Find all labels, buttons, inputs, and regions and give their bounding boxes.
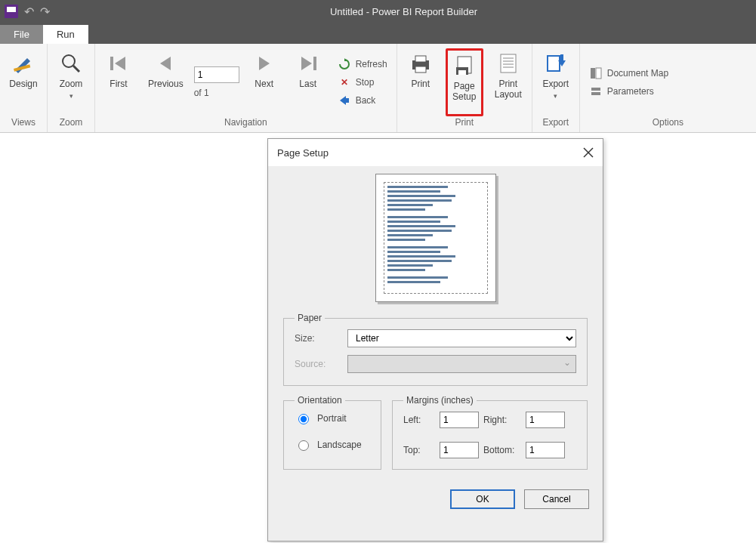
svg-rect-27: [591, 88, 600, 91]
svg-marker-4: [115, 57, 125, 70]
cancel-button[interactable]: Cancel: [524, 489, 589, 509]
previous-button[interactable]: Previous: [143, 48, 188, 116]
first-button[interactable]: First: [100, 48, 137, 116]
group-options: Document Map Parameters Options: [580, 44, 756, 132]
tab-run[interactable]: Run: [43, 25, 88, 44]
page-number-box: of 1: [194, 66, 239, 98]
paper-legend: Paper: [295, 313, 325, 323]
group-zoom: Zoom Zoom: [48, 44, 95, 132]
portrait-label: Portrait: [317, 413, 347, 424]
back-button[interactable]: Back: [338, 94, 387, 107]
print-button[interactable]: Print: [402, 48, 440, 116]
svg-marker-6: [259, 57, 270, 70]
next-icon: [252, 51, 276, 76]
tab-file[interactable]: File: [0, 25, 43, 44]
group-navigation: First Previous of 1 Next Last R: [95, 44, 397, 132]
nav-small-commands: Refresh ✕ Stop Back: [333, 54, 392, 110]
stop-button[interactable]: ✕ Stop: [338, 76, 387, 89]
svg-rect-25: [591, 68, 595, 79]
page-preview: [375, 174, 496, 302]
page-of-label: of 1: [194, 88, 209, 98]
svg-marker-10: [340, 96, 349, 105]
zoom-label: Zoom: [60, 79, 83, 89]
title-bar: ↶ ↷ Untitled - Power BI Report Builder: [0, 0, 756, 23]
magnifier-icon: [59, 51, 83, 76]
work-area: Page Setup Paper: [0, 133, 756, 541]
page-setup-icon: [452, 54, 477, 78]
stop-label: Stop: [356, 77, 375, 88]
svg-rect-24: [560, 54, 563, 62]
group-export-label: Export: [542, 117, 569, 131]
print-layout-button[interactable]: PrintLayout: [489, 48, 527, 116]
orientation-fieldset: Orientation Portrait Landscape: [283, 395, 381, 470]
zoom-button[interactable]: Zoom: [52, 48, 90, 116]
document-map-label: Document Map: [607, 68, 668, 79]
redo-icon[interactable]: ↷: [40, 5, 50, 19]
last-label: Last: [299, 79, 316, 89]
group-export: Export Export: [532, 44, 580, 132]
portrait-radio[interactable]: [298, 414, 309, 424]
document-map-icon: [589, 66, 603, 80]
group-navigation-label: Navigation: [224, 117, 267, 131]
svg-rect-3: [110, 57, 113, 70]
group-options-label: Options: [653, 117, 683, 131]
svg-rect-26: [596, 68, 601, 79]
margins-fieldset: Margins (inches) Left: Right: Top: Botto…: [392, 395, 588, 470]
group-zoom-label: Zoom: [60, 117, 83, 131]
design-button[interactable]: Design: [5, 48, 42, 116]
paper-size-select[interactable]: Letter: [347, 329, 576, 347]
landscape-radio-row[interactable]: Landscape: [295, 438, 370, 451]
refresh-label: Refresh: [356, 59, 387, 69]
ok-button[interactable]: OK: [450, 489, 515, 509]
refresh-button[interactable]: Refresh: [338, 57, 387, 71]
parameters-button[interactable]: Parameters: [589, 85, 668, 98]
first-label: First: [110, 79, 127, 89]
next-label: Next: [255, 79, 273, 89]
svg-marker-7: [301, 57, 312, 70]
margin-left-input[interactable]: [440, 412, 479, 428]
svg-rect-13: [415, 66, 426, 73]
margin-top-input[interactable]: [440, 442, 479, 458]
svg-rect-8: [313, 57, 316, 70]
landscape-radio[interactable]: [298, 440, 309, 451]
parameters-icon: [589, 85, 603, 98]
margin-top-label: Top:: [403, 445, 440, 455]
svg-line-2: [73, 66, 79, 72]
previous-label: Previous: [148, 79, 184, 89]
landscape-label: Landscape: [317, 440, 362, 450]
tab-bar: File Run: [0, 23, 756, 44]
window-title: Untitled - Power BI Report Builder: [56, 6, 751, 17]
svg-rect-17: [501, 54, 516, 73]
group-views: Design Views: [0, 44, 48, 132]
page-setup-dialog: Page Setup Paper: [267, 138, 603, 541]
source-label: Source:: [295, 359, 347, 369]
document-map-button[interactable]: Document Map: [589, 66, 668, 80]
last-icon: [296, 51, 320, 76]
orientation-legend: Orientation: [295, 395, 345, 406]
margin-bottom-label: Bottom:: [483, 445, 526, 455]
svg-rect-22: [548, 56, 560, 71]
close-icon[interactable]: [583, 147, 594, 158]
back-label: Back: [356, 95, 376, 106]
portrait-radio-row[interactable]: Portrait: [295, 412, 370, 424]
next-button[interactable]: Next: [245, 48, 283, 116]
printer-icon: [409, 51, 433, 76]
margin-right-label: Right:: [483, 415, 526, 425]
margins-legend: Margins (inches): [403, 395, 477, 406]
parameters-label: Parameters: [607, 86, 654, 97]
margin-bottom-input[interactable]: [526, 442, 565, 458]
svg-rect-16: [458, 70, 466, 75]
group-views-label: Views: [11, 117, 35, 131]
last-button[interactable]: Last: [289, 48, 327, 116]
page-setup-label: PageSetup: [452, 81, 476, 103]
page-setup-button[interactable]: PageSetup: [446, 48, 483, 116]
save-icon[interactable]: [5, 5, 18, 18]
export-label: Export: [542, 79, 569, 89]
margin-right-input[interactable]: [526, 412, 565, 428]
undo-icon[interactable]: ↶: [24, 5, 34, 19]
page-input[interactable]: [194, 66, 239, 83]
svg-rect-28: [591, 92, 600, 95]
ribbon: Design Views Zoom Zoom First Previous: [0, 44, 756, 133]
export-button[interactable]: Export: [537, 48, 575, 116]
back-icon: [338, 94, 351, 107]
